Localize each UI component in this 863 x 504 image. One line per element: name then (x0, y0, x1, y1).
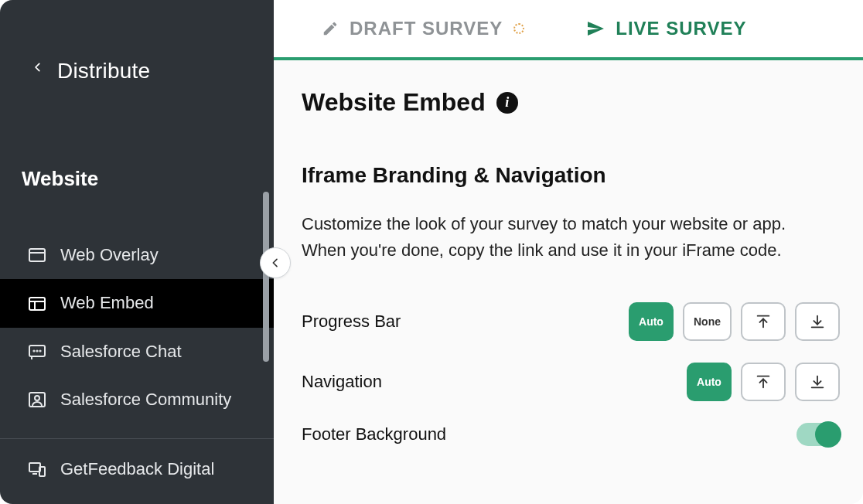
svg-point-6 (33, 350, 34, 351)
svg-point-10 (35, 396, 39, 400)
sidebar-item-label: Web Embed (60, 293, 154, 313)
info-icon[interactable]: i (496, 92, 518, 114)
progress-bar-buttons: Auto None (629, 302, 840, 341)
navigation-top-button[interactable] (741, 363, 786, 401)
tab-label: LIVE SURVEY (616, 18, 746, 39)
pencil-icon (322, 20, 339, 37)
option-label: Footer Background (302, 424, 446, 444)
svg-rect-11 (29, 463, 40, 472)
content: Website Embed i Iframe Branding & Naviga… (274, 60, 863, 504)
arrow-down-to-line-icon (809, 313, 826, 330)
option-row-navigation: Navigation Auto (302, 356, 840, 407)
window-icon (28, 246, 46, 264)
option-label: Progress Bar (302, 312, 401, 332)
option-row-progress-bar: Progress Bar Auto None (302, 296, 840, 347)
svg-point-7 (36, 350, 37, 351)
chevron-left-icon (269, 257, 281, 269)
sidebar-item-label: Salesforce Chat (60, 342, 182, 362)
sidebar-item-web-overlay[interactable]: Web Overlay (0, 231, 274, 279)
svg-rect-2 (29, 298, 45, 310)
navigation-bottom-button[interactable] (795, 363, 840, 401)
svg-point-8 (39, 350, 40, 351)
chat-icon (28, 342, 46, 361)
sidebar-item-label: GetFeedback Digital (60, 459, 214, 479)
progress-bar-auto-button[interactable]: Auto (629, 302, 674, 341)
sidebar-item-getfeedback-digital[interactable]: GetFeedback Digital (0, 445, 274, 493)
page-title: Website Embed (302, 88, 486, 117)
tab-live-survey[interactable]: LIVE SURVEY (586, 18, 746, 39)
embed-icon (28, 295, 46, 313)
sidebar-item-salesforce-community[interactable]: Salesforce Community (0, 376, 274, 424)
tab-draft-survey[interactable]: DRAFT SURVEY (322, 18, 524, 39)
subsection-title: Iframe Branding & Navigation (302, 163, 840, 188)
tab-label: DRAFT SURVEY (350, 18, 503, 39)
main: DRAFT SURVEY LIVE SURVEY Website Embed i… (274, 0, 863, 504)
page-title-row: Website Embed i (302, 88, 840, 117)
svg-rect-0 (29, 249, 45, 261)
paper-plane-icon (586, 19, 605, 38)
community-icon (28, 390, 46, 409)
sidebar-item-label: Salesforce Community (60, 390, 231, 410)
arrow-up-to-line-icon (755, 313, 772, 330)
subsection-description: Customize the look of your survey to mat… (302, 211, 812, 264)
option-label: Navigation (302, 372, 382, 392)
chevron-left-icon (32, 62, 43, 80)
toggle-knob (815, 421, 841, 448)
footer-background-toggle[interactable] (796, 423, 840, 446)
navigation-buttons: Auto (687, 363, 840, 401)
option-row-footer-background: Footer Background (302, 417, 840, 452)
tabs: DRAFT SURVEY LIVE SURVEY (274, 0, 863, 57)
sidebar-section-title: Website (0, 83, 274, 191)
sidebar-item-salesforce-chat[interactable]: Salesforce Chat (0, 328, 274, 376)
sidebar-back[interactable]: Distribute (0, 0, 274, 83)
collapse-sidebar-button[interactable] (260, 247, 291, 278)
progress-bar-bottom-button[interactable] (795, 302, 840, 341)
sidebar-back-label: Distribute (57, 59, 150, 83)
devices-icon (28, 460, 46, 478)
sidebar-item-label: Web Overlay (60, 245, 159, 265)
arrow-down-to-line-icon (809, 373, 826, 390)
draft-indicator-icon (513, 23, 524, 34)
navigation-auto-button[interactable]: Auto (687, 363, 732, 401)
progress-bar-top-button[interactable] (741, 302, 786, 341)
sidebar-item-web-embed[interactable]: Web Embed (0, 279, 274, 327)
arrow-up-to-line-icon (755, 373, 772, 390)
sidebar: Distribute Website Web Overlay Web Embed… (0, 0, 274, 504)
progress-bar-none-button[interactable]: None (683, 302, 732, 341)
sidebar-divider (0, 438, 274, 439)
sidebar-nav: Web Overlay Web Embed Salesforce Chat Sa… (0, 231, 274, 493)
